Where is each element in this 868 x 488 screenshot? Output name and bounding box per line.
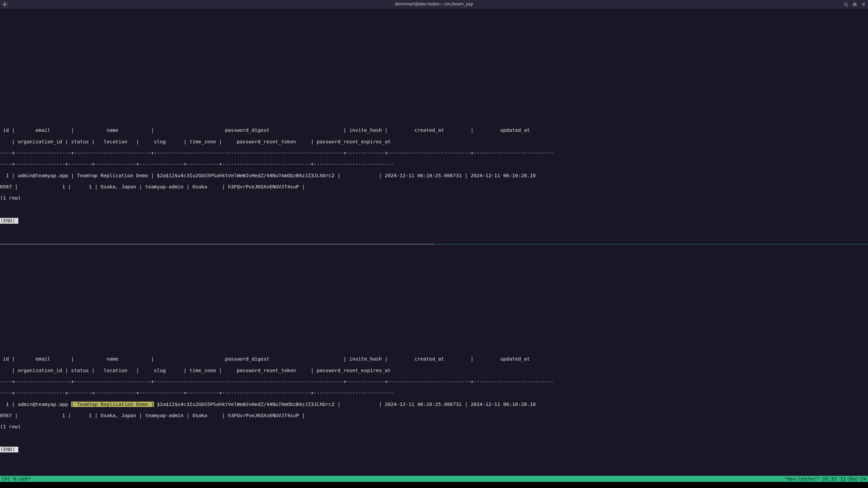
terminal-area[interactable]: id | email | name | password_digest | in… [0,9,868,488]
tmux-status-right: "dev-tester" 16:51 11-Dec-24 [784,476,867,482]
menu-icon[interactable] [852,2,857,7]
new-tab-button[interactable] [2,2,7,7]
psql-data-row: 0567 | 1 | 1 | Osaka, Japan | teamyap-ad… [0,184,868,190]
selection-highlight: | TeamYap Replication Demo | [71,402,154,407]
psql-header-line: id | email | name | password_digest | in… [0,127,868,133]
tmux-pane-bottom[interactable]: id | email | name | password_digest | in… [0,244,868,479]
psql-row-count: (1 row) [0,424,868,430]
blank-line [0,207,868,212]
psql-separator: ----+-----------------+--------+--------… [0,161,868,167]
pager-end-marker: (END) [0,218,868,224]
tmux-status-left: [0] 0:ssh* [1,476,31,482]
psql-data-row: 1 | admin@teamyap.app | TeamYap Replicat… [0,173,868,179]
psql-row-count: (1 row) [0,195,868,201]
blank-line [0,435,868,441]
tmux-status-bar: [0] 0:ssh* "dev-tester" 16:51 11-Dec-24 [0,476,868,482]
psql-header-line: id | email | name | password_digest | in… [0,356,868,362]
title-bar: dennmart@dev-tester:~/src/team_yap [0,0,868,9]
psql-data-row: 0567 | 1 | 1 | Osaka, Japan | teamyap-ad… [0,413,868,419]
psql-header-line: | organization_id | status | location | … [0,368,868,373]
psql-header-line: | organization_id | status | location | … [0,139,868,145]
psql-separator: ----+-------------------+---------------… [0,150,868,156]
psql-separator: ----+-----------------+--------+--------… [0,390,868,396]
bottom-strip [0,482,868,488]
svg-point-0 [844,3,847,5]
search-icon[interactable] [844,2,848,7]
close-icon[interactable] [861,2,866,7]
window-title: dennmart@dev-tester:~/src/team_yap [395,2,473,7]
tmux-pane-top[interactable]: id | email | name | password_digest | in… [0,9,868,244]
psql-separator: ----+-------------------+---------------… [0,379,868,385]
psql-data-row: 1 | admin@teamyap.app | TeamYap Replicat… [0,402,868,407]
pager-end-marker: (END) [0,447,868,452]
